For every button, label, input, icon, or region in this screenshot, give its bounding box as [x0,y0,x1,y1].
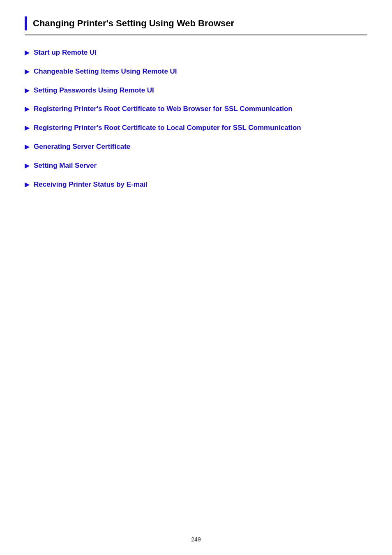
list-item: ▶Registering Printer's Root Certificate … [25,104,367,114]
nav-list: ▶Start up Remote UI▶Changeable Setting I… [25,48,367,189]
nav-link-receiving-printer-status[interactable]: Receiving Printer Status by E-mail [34,180,148,190]
chevron-right-icon: ▶ [25,162,30,169]
chevron-right-icon: ▶ [25,143,30,150]
chevron-right-icon: ▶ [25,67,30,75]
chevron-right-icon: ▶ [25,180,30,188]
nav-link-registering-root-cert-local[interactable]: Registering Printer's Root Certificate t… [34,123,301,133]
chevron-right-icon: ▶ [25,49,30,56]
page-title: Changing Printer's Setting Using Web Bro… [33,16,234,30]
list-item: ▶Registering Printer's Root Certificate … [25,123,367,133]
nav-link-generating-server-cert[interactable]: Generating Server Certificate [34,142,130,152]
nav-link-setting-mail-server[interactable]: Setting Mail Server [34,161,97,171]
list-item: ▶Setting Mail Server [25,161,367,171]
chevron-right-icon: ▶ [25,86,30,94]
nav-link-setting-passwords[interactable]: Setting Passwords Using Remote UI [34,86,154,95]
page-number: 249 [191,536,201,543]
section-header-bar [25,16,27,30]
chevron-right-icon: ▶ [25,105,30,113]
list-item: ▶Changeable Setting Items Using Remote U… [25,67,367,76]
nav-link-start-up-remote-ui[interactable]: Start up Remote UI [34,48,97,58]
list-item: ▶Receiving Printer Status by E-mail [25,180,367,190]
chevron-right-icon: ▶ [25,124,30,132]
list-item: ▶Setting Passwords Using Remote UI [25,86,367,95]
section-header: Changing Printer's Setting Using Web Bro… [25,16,367,35]
nav-link-changeable-setting-items[interactable]: Changeable Setting Items Using Remote UI [34,67,177,76]
nav-link-registering-root-cert-web[interactable]: Registering Printer's Root Certificate t… [34,104,293,114]
list-item: ▶Start up Remote UI [25,48,367,58]
list-item: ▶Generating Server Certificate [25,142,367,152]
page-container: Changing Printer's Setting Using Web Bro… [0,0,392,555]
